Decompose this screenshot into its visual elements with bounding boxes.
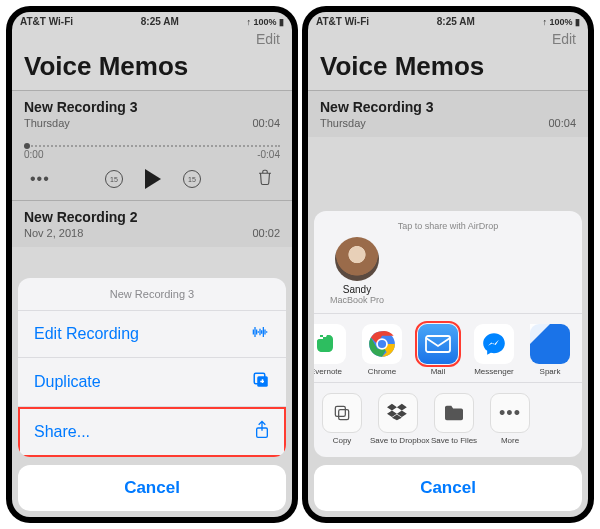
battery-label: ↑ 100% ▮ [246,17,284,27]
share-sheet: Tap to share with AirDrop Sandy MacBook … [314,211,582,511]
statusbar: AT&T Wi-Fi 8:25 AM ↑ 100% ▮ [12,12,292,29]
scrub-start: 0:00 [24,149,43,160]
recording-duration: 00:04 [252,117,280,129]
recording-duration: 00:02 [252,227,280,239]
more-icon[interactable]: ••• [30,170,50,188]
svg-rect-8 [335,406,345,416]
recording-row[interactable]: New Recording 2 Nov 2, 2018 00:02 [12,200,292,247]
scrubber[interactable]: 0:00 -0:04 [12,137,292,162]
scrub-end: -0:04 [257,149,280,160]
recording-subtitle: Nov 2, 2018 [24,227,83,239]
page-title: Voice Memos [308,47,588,90]
recording-subtitle: Thursday [320,117,366,129]
edit-button[interactable]: Edit [256,31,280,47]
share-item[interactable]: Share... [18,407,286,457]
share-app-spark[interactable]: Spark [522,324,578,376]
phone-right: AT&T Wi-Fi 8:25 AM ↑ 100% ▮ Edit Voice M… [302,6,594,523]
clock-label: 8:25 AM [141,16,179,27]
phone-left: AT&T Wi-Fi 8:25 AM ↑ 100% ▮ Edit Voice M… [6,6,298,523]
edit-recording-item[interactable]: Edit Recording [18,311,286,358]
carrier-label: AT&T Wi-Fi [20,16,73,27]
share-action-copy[interactable]: Copy [314,393,370,445]
cancel-button[interactable]: Cancel [314,465,582,511]
share-action-files[interactable]: Save to Files [426,393,482,445]
sheet-title: New Recording 3 [18,278,286,311]
share-action-more[interactable]: ••• More [482,393,538,445]
evernote-icon [314,324,346,364]
action-sheet: New Recording 3 Edit Recording Duplicate [18,278,286,511]
recording-row[interactable]: New Recording 3 Thursday 00:04 [308,90,588,137]
svg-point-5 [378,340,386,348]
share-action-dropbox[interactable]: Save to Dropbox [370,393,426,445]
duplicate-icon [252,371,270,393]
battery-label: ↑ 100% ▮ [542,17,580,27]
airdrop-device: MacBook Pro [322,295,392,305]
avatar [335,237,379,281]
duplicate-item[interactable]: Duplicate [18,358,286,407]
recording-name: New Recording 3 [24,99,138,115]
sheet-item-label: Duplicate [34,373,101,391]
more-icon: ••• [490,393,530,433]
chrome-icon [362,324,402,364]
airdrop-hint: Tap to share with AirDrop [314,219,582,237]
mail-icon [418,324,458,364]
recording-duration: 00:04 [548,117,576,129]
recording-row[interactable]: New Recording 3 Thursday 00:04 [12,90,292,137]
airdrop-name: Sandy [322,284,392,295]
playback-controls: ••• 15 15 [12,162,292,200]
sheet-item-label: Edit Recording [34,325,139,343]
skip-back-icon[interactable]: 15 [105,170,123,188]
statusbar: AT&T Wi-Fi 8:25 AM ↑ 100% ▮ [308,12,588,29]
waveform-icon [250,324,270,344]
skip-forward-icon[interactable]: 15 [183,170,201,188]
cancel-button[interactable]: Cancel [18,465,286,511]
share-app-messenger[interactable]: Messenger [466,324,522,376]
edit-button[interactable]: Edit [552,31,576,47]
share-app-evernote[interactable]: Evernote [314,324,354,376]
recording-name: New Recording 2 [24,209,138,225]
share-app-chrome[interactable]: Chrome [354,324,410,376]
share-app-mail[interactable]: Mail [410,324,466,376]
share-action-row: Copy Save to Dropbox Save [314,383,582,451]
svg-rect-7 [339,410,349,420]
share-icon [254,420,270,444]
spark-icon [530,324,570,364]
airdrop-contact[interactable]: Sandy MacBook Pro [322,237,392,305]
recording-subtitle: Thursday [24,117,70,129]
page-title: Voice Memos [12,47,292,90]
svg-rect-6 [426,336,450,352]
folder-icon [434,393,474,433]
play-icon[interactable] [145,169,161,189]
recording-name: New Recording 3 [320,99,434,115]
dropbox-icon [378,393,418,433]
messenger-icon [474,324,514,364]
share-app-row: Evernote Chrome Mail [314,314,582,383]
copy-icon [322,393,362,433]
sheet-item-label: Share... [34,423,90,441]
carrier-label: AT&T Wi-Fi [316,16,369,27]
trash-icon[interactable] [256,168,274,190]
clock-label: 8:25 AM [437,16,475,27]
